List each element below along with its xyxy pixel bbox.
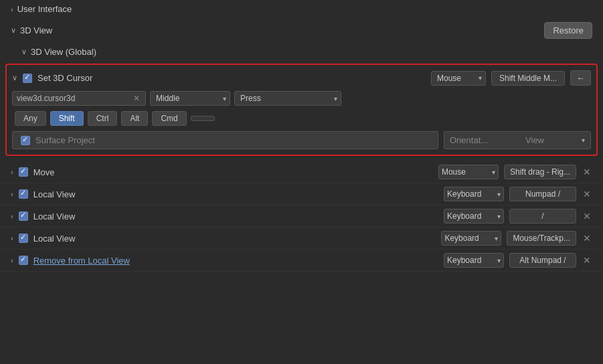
cursor-label: Set 3D Cursor (37, 73, 426, 83)
move-checkbox[interactable] (19, 167, 28, 177)
surface-project-label: Surface Project (35, 135, 95, 145)
cursor-shortcut: Shift Middle M... (491, 71, 565, 86)
cursor-checkbox[interactable] (23, 74, 32, 83)
restore-button[interactable]: Restore (544, 22, 592, 39)
remove-local-view-input-type[interactable]: Keyboard ▾ (444, 253, 504, 268)
user-interface-title: User Interface (17, 4, 72, 14)
clear-identifier-button[interactable]: ✕ (132, 94, 141, 103)
local-view-2-remove-button[interactable]: ✕ (582, 211, 592, 221)
local-view-1-row: › Local View Keyboard ▾ Numpad / ✕ (0, 183, 603, 205)
local-view-3-remove-button[interactable]: ✕ (582, 233, 592, 244)
local-view-3-chevron[interactable]: › (11, 234, 13, 242)
alt-modifier-button[interactable]: Alt (121, 111, 148, 126)
remove-local-view-chevron[interactable]: › (11, 256, 13, 264)
local-view-3-label: Local View (33, 234, 436, 244)
cursor-detail-row: view3d.cursor3d ✕ Middle Left Right Pres… (12, 91, 591, 106)
cursor-input-type-select[interactable]: Mouse Keyboard (431, 71, 486, 86)
any-modifier-button[interactable]: Any (15, 111, 46, 126)
local-view-1-label: Local View (33, 189, 438, 199)
cursor-header-row: ∨ Set 3D Cursor Mouse Keyboard Shift Mid… (12, 70, 591, 86)
orientation-type: Orientat... (450, 135, 488, 145)
3d-view-chevron[interactable]: ∨ (11, 26, 16, 35)
local-view-1-chevron[interactable]: › (11, 190, 13, 198)
press-select[interactable]: Press Release Click Double Click (234, 91, 341, 106)
move-shortcut: Shift drag - Rig... (504, 165, 576, 179)
middle-select[interactable]: Middle Left Right (150, 91, 230, 106)
local-view-3-input-type[interactable]: Keyboard ▾ (441, 231, 501, 246)
remove-local-view-shortcut: Alt Numpad / (509, 253, 576, 268)
local-view-1-input-type[interactable]: Keyboard ▾ (444, 187, 504, 201)
user-interface-section: › User Interface (0, 0, 603, 18)
orientation-chevron: ▾ (582, 136, 585, 144)
3d-view-global-section: ∨ 3D View (Global) (0, 43, 603, 61)
move-label: Move (33, 167, 433, 177)
cursor-chevron[interactable]: ∨ (12, 74, 17, 82)
local-view-2-label: Local View (33, 211, 438, 221)
orientation-value: View (525, 135, 544, 145)
surface-row: Surface Project Orientat... View ▾ (12, 131, 591, 149)
local-view-3-shortcut: Mouse/Trackp... (507, 231, 576, 246)
move-chevron[interactable]: › (11, 168, 13, 176)
remove-local-view-remove-button[interactable]: ✕ (582, 255, 592, 266)
remove-local-view-checkbox[interactable] (19, 256, 28, 265)
main-container: › User Interface ∨ 3D View Restore ∨ 3D … (0, 0, 603, 364)
local-view-2-shortcut: / (509, 209, 576, 223)
extra-modifier-button[interactable] (191, 116, 215, 121)
3d-view-section: ∨ 3D View Restore (0, 18, 603, 43)
user-interface-chevron[interactable]: › (11, 5, 13, 13)
local-view-2-chevron[interactable]: › (11, 212, 13, 220)
surface-project-checkbox[interactable] (21, 136, 30, 145)
identifier-field: view3d.cursor3d ✕ (12, 91, 146, 106)
ctrl-modifier-button[interactable]: Ctrl (88, 111, 118, 126)
local-view-2-row: › Local View Keyboard ▾ / ✕ (0, 205, 603, 227)
shift-modifier-button[interactable]: Shift (50, 111, 84, 126)
3d-view-global-chevron[interactable]: ∨ (21, 48, 27, 56)
3d-view-title: 3D View (20, 25, 52, 35)
local-view-3-row: › Local View Keyboard ▾ Mouse/Trackp... … (0, 227, 603, 250)
remove-local-view-link[interactable]: Remove from Local View (33, 256, 130, 266)
middle-dropdown-wrapper: Middle Left Right (150, 91, 230, 106)
remove-local-view-label: Remove from Local View (33, 256, 438, 266)
local-view-2-input-type[interactable]: Keyboard ▾ (444, 209, 504, 223)
3d-view-global-title: 3D View (Global) (31, 47, 96, 57)
move-row: › Move Mouse ▾ Shift drag - Rig... ✕ (0, 161, 603, 183)
local-view-1-remove-button[interactable]: ✕ (582, 189, 592, 199)
modifiers-row: Any Shift Ctrl Alt Cmd (12, 111, 591, 126)
remove-local-view-row: › Remove from Local View Keyboard ▾ Alt … (0, 250, 603, 272)
cursor-input-type-wrapper: Mouse Keyboard (431, 71, 486, 86)
move-input-type[interactable]: Mouse ▾ (438, 165, 499, 179)
local-view-2-checkbox[interactable] (19, 211, 28, 221)
press-dropdown-wrapper: Press Release Click Double Click (234, 91, 341, 106)
back-button[interactable]: ← (570, 70, 591, 86)
local-view-1-shortcut: Numpad / (509, 187, 576, 201)
local-view-3-checkbox[interactable] (19, 234, 28, 243)
cmd-modifier-button[interactable]: Cmd (152, 111, 186, 126)
orientation-wrapper: Orientat... View ▾ (444, 131, 591, 149)
local-view-1-checkbox[interactable] (19, 189, 28, 199)
set-3d-cursor-box: ∨ Set 3D Cursor Mouse Keyboard Shift Mid… (5, 64, 598, 156)
identifier-text: view3d.cursor3d (17, 94, 128, 103)
move-remove-button[interactable]: ✕ (582, 167, 592, 177)
